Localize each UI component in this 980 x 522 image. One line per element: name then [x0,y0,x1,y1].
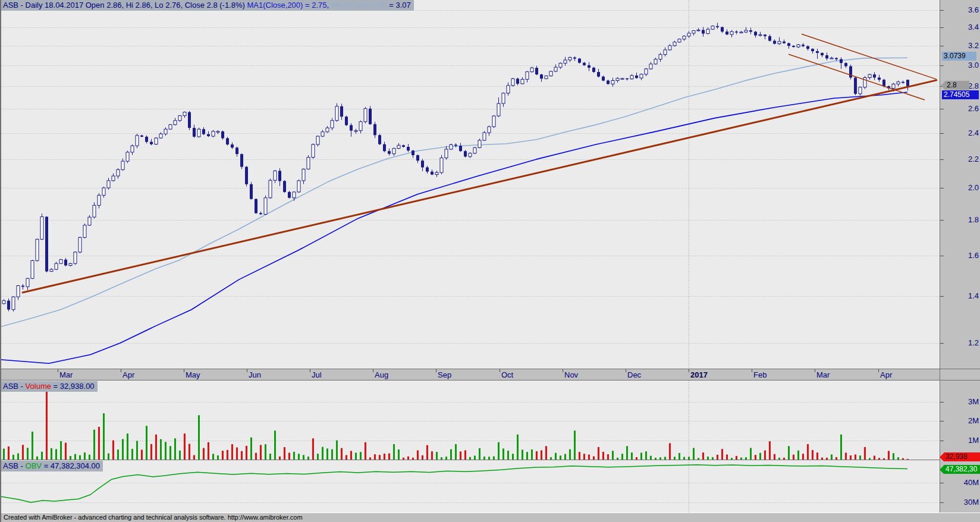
obv-panel[interactable] [1,460,940,512]
price-axis-label: 1.4 [968,292,979,300]
timeline-month-label: Nov [564,370,578,379]
up-candles [2,26,900,310]
price-title-segment: = 3.07 [387,1,411,10]
ma200-line [1,92,907,363]
volume-panel[interactable] [1,381,940,460]
volume-bars-down [8,390,909,460]
axis-tick [940,46,944,46]
down-candles [7,26,909,310]
price-title-segment: ASB - Daily 18.04.2017 Open 2.86, Hi 2.8… [3,1,247,10]
price-axis-label: 2.0 [968,184,979,192]
timeline-month-label: Feb [753,370,767,379]
month-tick [373,369,373,372]
marker-value: 3.0739 [942,52,976,61]
axis-tick [940,441,944,441]
timeline-month-label: Oct [501,370,513,379]
axis-tick [940,10,944,11]
timeline-month-label: Jun [249,370,261,379]
obv-title-segment: OBV [26,461,42,470]
obv-axis-label: 30M [964,498,979,507]
volume-title-segment: Volume [26,382,51,391]
price-axis-label: 3.4 [968,23,979,32]
axis-tick [940,502,944,503]
axis-tick [940,65,944,66]
marker-value: 2.74505 [942,90,979,99]
axis-tick [940,220,944,221]
axis-tick [940,483,944,483]
obv-title-segment: ASB - [3,461,26,470]
obv-chart-canvas[interactable] [1,460,940,512]
price-panel[interactable] [1,0,940,369]
candle-wicks [4,23,908,312]
price-title-segment: MA1(Close,200) = 2.75 [247,1,326,10]
price-axis-label: 3.2 [968,42,979,50]
last-obv-marker: 47,382,30 [940,465,980,474]
timeline-month-label: 2017 [690,370,708,379]
volume-axis-label: 3M [968,398,979,406]
obv-line [1,465,907,502]
axis-tick [940,256,944,256]
marker-arrow-icon [941,81,945,90]
last-volume-marker: 32,938 [940,452,980,461]
month-tick [184,369,184,372]
axis-tick [940,421,944,422]
marker-value: 47,382,30 [944,465,980,474]
volume-axis-label: 2M [968,417,979,425]
price-axis-label: 2.6 [968,105,979,113]
price-title-segment: MA2(Close,100) [331,1,387,10]
month-tick [121,369,121,372]
month-tick [815,369,815,372]
marker-value: 32,938 [944,452,980,461]
timeline-month-label: Dec [627,370,641,379]
month-tick [436,369,436,372]
month-tick [500,369,500,372]
volume-panel-title: ASB - Volume = 32,938.00 [1,381,98,392]
trendline-1[interactable] [22,80,937,293]
price-panel-title: ASB - Daily 18.04.2017 Open 2.86, Hi 2.8… [1,0,414,11]
price-axis-label: 2.2 [968,155,979,163]
price-axis-label: 1.6 [968,251,979,260]
volume-axis-label: 1M [968,436,979,445]
axis-tick [940,296,944,297]
ma100-value-marker: 3.0739 [942,52,976,61]
volume-title-segment: ASB - [3,382,26,391]
timeline-month-label: Mar [59,370,73,379]
timeline-month-label: Mar [816,370,830,379]
axis-tick [940,159,944,160]
month-tick [626,369,626,372]
price-chart-canvas[interactable] [1,0,940,369]
amibroker-chart-window: MarAprMayJunJulAugSepOctNovDec2017FebMar… [0,0,980,522]
month-tick [247,369,247,372]
credit-bar: Created with AmiBroker - advanced charti… [1,512,980,522]
marker-value: 2.8 [945,81,969,90]
last-price-marker: 2.8 [941,81,969,90]
price-axis-label: 1.2 [968,339,979,347]
volume-chart-canvas[interactable] [1,381,940,460]
ma200-value-marker: 2.74505 [942,90,979,99]
timeline-month-label: Apr [880,370,892,379]
price-axis-label: 2.8 [968,82,979,90]
month-tick [752,369,752,372]
axis-tick [940,109,944,109]
credit-text: Created with AmiBroker - advanced charti… [4,514,303,521]
axis-tick [940,133,944,134]
volume-title-segment: = 32,938.00 [51,382,95,391]
timeline-month-label: May [186,370,200,379]
marker-arrow-icon [940,453,944,461]
price-axis-label: 2.4 [968,129,979,137]
obv-axis-label: 40M [964,479,979,487]
axis-tick [940,27,944,28]
price-axis-label: 1.8 [968,216,979,224]
axis-tick [940,188,944,188]
obv-panel-title: ASB - OBV = 47,382,304.00 [1,461,103,471]
month-tick [310,369,310,372]
axis-tick [940,343,944,344]
timeline-month-label: Apr [122,370,134,379]
axis-tick [940,402,944,402]
timeline-strip[interactable]: MarAprMayJunJulAugSepOctNovDec2017FebMar… [1,369,980,381]
timeline-month-label: Aug [375,370,388,379]
price-axis-strip[interactable]: 3.63.43.23.02.82.62.42.22.01.81.61.41.23… [940,0,980,512]
month-tick [689,369,689,372]
price-title-segment: , [327,1,331,10]
month-tick [878,369,879,372]
